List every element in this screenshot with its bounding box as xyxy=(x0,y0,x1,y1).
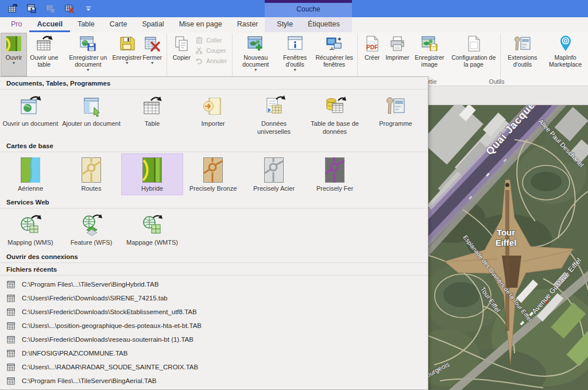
coller-button-disabled: Coller xyxy=(195,36,227,44)
tab-raster[interactable]: Raster xyxy=(230,17,266,32)
copy-icon xyxy=(172,34,191,53)
menu-item-precisely-acier[interactable]: Precisely Acier xyxy=(243,154,304,195)
extensions-outils-button[interactable]: Extensions d'outils xyxy=(502,33,543,76)
menu-item-label: Ajouter un document xyxy=(62,120,121,128)
paste-icon xyxy=(195,36,203,44)
save-document-icon[interactable] xyxy=(26,3,37,14)
tab-style[interactable]: Style xyxy=(269,17,300,32)
section-header-connexions: Ouvrir des connexions xyxy=(0,250,428,263)
mapinfo-marketplace-button[interactable]: MapInfo Marketplace xyxy=(543,33,588,76)
recent-file-row[interactable]: C:\Users\Frederic\Downloads\SIRENE_74215… xyxy=(0,291,428,305)
recent-file-row[interactable]: C:\Users\...\RADAR\RADAR_SOUDE_SAINTE_CR… xyxy=(0,360,428,374)
menu-item-wfs[interactable]: Feature (WFS) xyxy=(61,210,122,249)
recent-file-icon xyxy=(7,335,16,344)
bronze-tile-icon xyxy=(203,157,223,183)
nouveau-document-label: Nouveau document xyxy=(236,54,275,68)
group-separator xyxy=(500,33,501,84)
menu-item-routes[interactable]: Routes xyxy=(61,154,122,195)
enregistrer-image-button[interactable]: Enregistrer image xyxy=(410,33,449,76)
recent-file-row[interactable]: C:\Users\Frederic\Downloads\StockEtablis… xyxy=(0,305,428,319)
menu-item-hybride-selected[interactable]: Hybride xyxy=(122,154,183,195)
tool-windows-icon xyxy=(286,34,304,53)
map-window[interactable]: Quai Jacques Chi Allée Paul Deschanel To… xyxy=(428,105,588,390)
recover-windows-icon xyxy=(325,34,343,53)
recent-file-row[interactable]: D:\INFOSIG\PRAZ\COMMUNE.TAB xyxy=(0,346,428,360)
nouveau-document-button[interactable]: Nouveau document ▼ xyxy=(234,33,277,76)
menu-item-precisely-fer[interactable]: Precisely Fer xyxy=(304,154,365,195)
recent-file-row[interactable]: C:\Program Files\...\TileServer\BingHybr… xyxy=(0,277,428,291)
tab-pro[interactable]: Pro xyxy=(3,17,29,32)
recent-file-row[interactable]: C:\Users\...\position-geographique-des-p… xyxy=(0,319,428,333)
cartes-items-row: Aérienne Routes Hybride Precisely Bronze… xyxy=(0,152,428,196)
menu-item-wms[interactable]: Mapping (WMS) xyxy=(0,210,61,249)
mapinfo-open-icon xyxy=(5,34,23,53)
close-table-icon[interactable] xyxy=(64,3,75,14)
tab-carte[interactable]: Carte xyxy=(102,17,135,32)
menu-item-label: Precisely Bronze xyxy=(189,185,237,193)
recent-file-row[interactable]: C:\Program Files\...\TileServer\BingAeri… xyxy=(0,374,428,388)
marketplace-pin-icon xyxy=(556,34,575,53)
recent-file-icon xyxy=(7,280,16,289)
menu-item-label: Données universelles xyxy=(245,120,303,136)
recent-file-path: D:\INFOSIG\PRAZ\COMMUNE.TAB xyxy=(22,350,127,357)
tool-extensions-icon xyxy=(513,34,532,53)
map-label-tour-eiffel-1: Tour xyxy=(497,227,515,237)
open-table-icon xyxy=(35,34,53,53)
open-table-icon[interactable] xyxy=(7,3,18,14)
customize-qat-icon[interactable] xyxy=(83,3,94,14)
ouvrir-label: Ouvrir xyxy=(6,54,22,61)
recent-file-path: C:\Users\Frederic\Downloads\reseau-soute… xyxy=(22,336,194,343)
menu-item-table-base-donnees[interactable]: Table de base de données xyxy=(304,91,365,138)
tab-etiquettes[interactable]: Étiquettes xyxy=(300,17,347,32)
ouvrir-une-table-button[interactable]: Ouvrir une table xyxy=(26,33,62,76)
cut-icon xyxy=(195,47,203,55)
map-canvas[interactable]: Quai Jacques Chi Allée Paul Deschanel To… xyxy=(428,105,588,390)
recuperer-fenetres-label: Récupérer les fenêtres xyxy=(315,54,354,68)
tab-table[interactable]: Table xyxy=(70,17,102,32)
wfs-icon xyxy=(80,214,103,237)
tab-spatial[interactable]: Spatial xyxy=(134,17,171,32)
dropdown-arrow-icon: ▼ xyxy=(12,61,16,65)
menu-item-programme[interactable]: Programme xyxy=(365,91,426,138)
documents-items-row: Ouvrir un document Ajouter un document T… xyxy=(0,90,428,140)
coller-label: Coller xyxy=(206,37,222,44)
recent-file-icon xyxy=(7,308,16,316)
configuration-page-button[interactable]: Configuration de la page xyxy=(449,33,498,76)
menu-item-aerienne[interactable]: Aérienne xyxy=(0,154,61,195)
menu-item-table[interactable]: Table xyxy=(122,91,183,138)
configuration-page-label: Configuration de la page xyxy=(451,54,497,68)
acier-tile-icon xyxy=(264,157,284,183)
recent-file-row[interactable]: C:\Program Files\...\TileServer\Precisel… xyxy=(0,388,428,390)
page-setup-icon xyxy=(465,34,483,53)
fermer-button[interactable]: Fermer ▼ xyxy=(140,33,165,76)
menu-item-label: Programme xyxy=(379,120,412,128)
copier-button[interactable]: Copier xyxy=(169,33,194,76)
tab-mise-en-page[interactable]: Mise en page xyxy=(172,17,230,32)
ouvrir-button[interactable]: Ouvrir ▼ xyxy=(1,33,26,76)
program-icon xyxy=(384,95,407,118)
add-document-icon xyxy=(80,95,103,118)
tab-accueil[interactable]: Accueil xyxy=(29,17,69,32)
menu-item-precisely-bronze[interactable]: Precisely Bronze xyxy=(183,154,243,195)
fermer-label: Fermer xyxy=(142,54,162,61)
couper-label: Couper xyxy=(206,47,226,54)
recuperer-fenetres-button[interactable]: Récupérer les fenêtres xyxy=(313,33,355,76)
import-icon xyxy=(202,95,225,118)
menu-item-ajouter-document[interactable]: Ajouter un document xyxy=(61,91,122,138)
recent-file-path: C:\Program Files\...\TileServer\BingAeri… xyxy=(22,377,157,384)
mapinfo-marketplace-label: MapInfo Marketplace xyxy=(544,54,586,68)
enregistrer-button[interactable]: Enregistrer ▼ xyxy=(114,33,140,76)
recent-file-row[interactable]: C:\Users\Frederic\Downloads\reseau-soute… xyxy=(0,333,428,346)
menu-item-ouvrir-document[interactable]: Ouvrir un document xyxy=(0,91,61,138)
menu-item-importer[interactable]: Importer xyxy=(183,91,243,138)
fenetres-outils-button[interactable]: Fenêtres d'outils ▼ xyxy=(277,33,313,76)
menu-item-donnees-universelles[interactable]: Données universelles xyxy=(243,91,304,138)
enregistrer-document-button[interactable]: Enregistrer un document ▼ xyxy=(62,33,114,76)
creer-pdf-button[interactable]: PDF Créer xyxy=(359,33,385,76)
imprimer-button[interactable]: Imprimer xyxy=(385,33,410,76)
dropdown-arrow-icon: ▼ xyxy=(293,68,297,72)
menu-item-label: Feature (WFS) xyxy=(71,239,113,247)
menu-item-label: Routes xyxy=(82,185,102,193)
menu-item-wmts[interactable]: Mappage (WMTS) xyxy=(122,210,183,249)
titlebar: Couche xyxy=(0,0,588,17)
